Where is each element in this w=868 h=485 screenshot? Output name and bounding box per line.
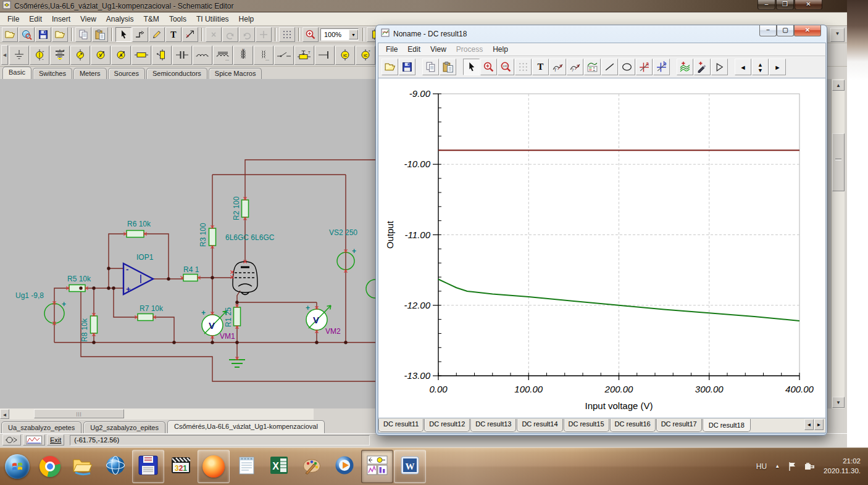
language-indicator[interactable]: HU [756, 462, 767, 471]
horizontal-scroll-thumb[interactable]: ||| [34, 409, 124, 418]
zoom-in-button[interactable] [480, 59, 497, 75]
taskbar-item-excel[interactable]: X [263, 450, 295, 483]
select-tool-button[interactable] [463, 59, 480, 75]
component-bar-scroll-left[interactable]: ◄ [1, 45, 8, 65]
plot-menu-item-help[interactable]: Help [488, 44, 513, 55]
menu-item-file[interactable]: File [2, 14, 24, 25]
component-tab-basic[interactable]: Basic [2, 67, 31, 79]
zoom-100-button[interactable]: 100 [498, 59, 514, 75]
menu-item-view[interactable]: View [75, 14, 101, 25]
draw-tool-button[interactable] [149, 27, 165, 42]
wire-tool-button[interactable] [132, 27, 148, 42]
grid-toggle-button[interactable] [279, 27, 295, 42]
vertical-scroll-thumb[interactable] [832, 133, 845, 191]
component-battery-button[interactable]: + [50, 46, 70, 65]
menu-item-t-m[interactable]: T&M [139, 14, 164, 25]
scroll-up-arrow[interactable]: ▲ [832, 80, 845, 91]
vertical-scrollbar[interactable]: ▲ ▼ [831, 79, 845, 408]
result-tabs-right-arrow[interactable]: ► [814, 419, 824, 430]
maximize-button[interactable]: ❐ [776, 0, 794, 10]
component-resistor-button[interactable] [131, 46, 151, 65]
component-voltage-source-button[interactable]: +- [30, 46, 49, 65]
action-flag-icon[interactable] [788, 462, 796, 471]
result-tab-dc-result17[interactable]: DC result17 [656, 419, 702, 432]
analysis-mode-button[interactable] [23, 434, 45, 446]
save-button[interactable] [399, 59, 415, 75]
auto-label-curve-button[interactable]: ? [567, 59, 583, 75]
plot-area[interactable]: 0.00100.00200.00300.00400.00-9.00-10.00-… [378, 78, 826, 418]
toolbar-overflow-button[interactable]: ▼ [830, 28, 845, 42]
copy-button[interactable] [75, 27, 91, 42]
component-transformer-button[interactable]: M [233, 46, 253, 65]
redo-button[interactable] [239, 27, 255, 42]
close-button[interactable]: ✕ [795, 0, 822, 10]
minimize-button[interactable]: – [757, 0, 775, 10]
component-ic-power-button[interactable]: IC+ [356, 46, 375, 65]
crosshair-button[interactable] [256, 27, 272, 42]
import-button[interactable] [52, 27, 68, 42]
plot-menu-item-edit[interactable]: Edit [403, 44, 425, 55]
menu-item-analysis[interactable]: Analysis [101, 14, 139, 25]
cursor-a-button[interactable]: a [636, 59, 653, 75]
component-current-meter-button[interactable]: A [111, 46, 131, 65]
page-previous-button[interactable]: ◄ [735, 59, 751, 75]
result-tab-dc-result14[interactable]: DC result14 [517, 419, 562, 432]
chevron-down-icon[interactable]: ▼ [349, 30, 358, 39]
plot-menu-item-view[interactable]: View [425, 44, 451, 55]
paste-button[interactable] [92, 27, 108, 42]
component-switch-button[interactable] [274, 46, 294, 65]
result-tab-dc-result16[interactable]: DC result16 [610, 419, 656, 432]
component-tab-switches[interactable]: Switches [33, 68, 72, 79]
component-tab-meters[interactable]: Meters [73, 68, 107, 79]
sheet-tab-ua-szabalyzo-epetes[interactable]: Ua_szabalyzo_epetes [1, 421, 81, 433]
result-tabs-left-arrow[interactable]: ◄ [804, 419, 814, 430]
annotate-curve-button[interactable]: T [549, 59, 566, 75]
plot-close-button[interactable]: ✕ [794, 25, 821, 36]
component-tab-semiconductors[interactable]: Semiconductors [146, 68, 207, 79]
menu-item-help[interactable]: Help [234, 14, 259, 25]
horizontal-scrollbar[interactable]: ◄ ||| [0, 408, 314, 420]
trace-picker-button[interactable] [694, 59, 711, 75]
scroll-left-arrow[interactable]: ◄ [0, 409, 9, 419]
result-tab-dc-result15[interactable]: DC result15 [564, 419, 609, 432]
legend-button[interactable]: == [584, 59, 601, 75]
copy-button[interactable] [422, 59, 439, 75]
add-curves-button[interactable] [677, 59, 693, 75]
taskbar-item-tina-file[interactable] [132, 450, 164, 483]
plot-maximize-button[interactable]: ▢ [777, 25, 794, 36]
result-tab-dc-result13[interactable]: DC result13 [470, 419, 516, 432]
undo-button[interactable] [222, 27, 238, 42]
usb-device-icon[interactable] [804, 462, 815, 471]
find-component-button[interactable] [19, 27, 35, 42]
zoom-level-select[interactable]: 100%▼ [320, 28, 359, 41]
taskbar-item-chrome[interactable] [34, 450, 66, 483]
component-capacitor-button[interactable] [172, 46, 192, 65]
grid-toggle-button[interactable] [515, 59, 532, 75]
component-voltage-meter-button[interactable]: V [91, 46, 111, 65]
taskbar-item-windows-media-player[interactable] [328, 450, 361, 483]
component-inductor-core-button[interactable]: ... [213, 46, 233, 65]
text-tool-button[interactable]: T [532, 59, 549, 75]
component-tab-spice-macros[interactable]: Spice Macros [209, 68, 262, 79]
taskbar-item-start[interactable] [1, 450, 33, 483]
ellipse-tool-button[interactable] [619, 59, 635, 75]
component-ground-button[interactable] [9, 46, 29, 65]
taskbar-item-tina[interactable] [361, 450, 393, 483]
zoom-tool-button[interactable] [303, 27, 319, 42]
delete-button[interactable]: × [206, 27, 222, 42]
text-tool-button[interactable]: T [165, 27, 182, 42]
select-tool-button[interactable] [115, 27, 131, 42]
line-tool-button[interactable] [601, 59, 618, 75]
show-hidden-icons[interactable]: ▲ [775, 463, 780, 469]
result-tab-dc-result18[interactable]: DC result18 [703, 419, 751, 432]
component-ic-button[interactable]: IC [335, 46, 355, 65]
plot-menu-item-file[interactable]: File [381, 44, 403, 55]
component-potentiometer-button[interactable]: T [294, 46, 314, 65]
taskbar-item-windows-explorer[interactable] [67, 450, 99, 483]
component-tab-sources[interactable]: Sources [108, 68, 145, 79]
scroll-down-arrow[interactable]: ▼ [832, 397, 845, 408]
schematic-mode-button[interactable] [2, 434, 21, 446]
taskbar-item-paint[interactable] [296, 450, 328, 483]
page-next-button[interactable]: ► [769, 59, 786, 75]
exit-button[interactable]: Exit [47, 434, 64, 446]
